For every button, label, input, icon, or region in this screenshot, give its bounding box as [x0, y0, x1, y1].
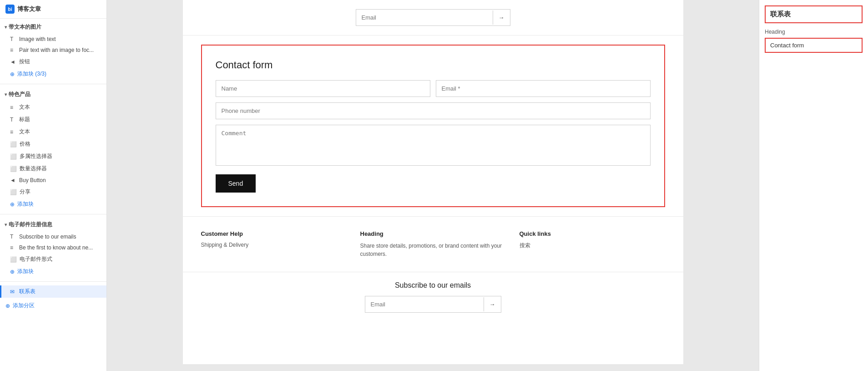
sidebar-item-label: 价格: [20, 140, 30, 148]
sidebar-item-image-with-text[interactable]: T Image with text: [0, 34, 106, 45]
sidebar-item-label: Buy Button: [19, 177, 46, 183]
sidebar-item-email-form[interactable]: ⬜ 电子邮件形式: [0, 253, 106, 265]
sidebar-item-label: Pair text with an image to foc...: [19, 47, 94, 53]
section-image-text: ▾ 带文本的图片 T Image with text ≡ Pair text w…: [0, 19, 106, 82]
footer-subscribe-section: Subscribe to our emails →: [183, 272, 683, 322]
sidebar-item-label: 分享: [20, 188, 30, 196]
sidebar-header: bi 博客文章: [0, 0, 106, 19]
footer-heading: Heading Share store details, promotions,…: [360, 230, 506, 258]
sidebar-item-label: 数量选择器: [20, 165, 47, 173]
footer-subscribe-title: Subscribe to our emails: [201, 281, 665, 290]
sidebar-item-label: 标题: [19, 116, 30, 123]
chevron-down-icon: ▾: [5, 92, 7, 97]
send-button[interactable]: Send: [216, 174, 256, 193]
sidebar-item-label: Be the first to know about ne...: [19, 244, 93, 251]
heading-label: Heading: [765, 29, 863, 35]
email-input[interactable]: [436, 80, 651, 97]
email-top-arrow-btn[interactable]: →: [493, 10, 510, 25]
text-lines-icon: ≡: [10, 47, 16, 53]
footer-email-input[interactable]: [365, 296, 484, 312]
heading-input[interactable]: [765, 38, 863, 53]
footer-quick-links: Quick links 搜索: [520, 230, 665, 258]
sidebar-item-quantity[interactable]: ⬜ 数量选择器: [0, 163, 106, 175]
sidebar-item-subscribe[interactable]: T Subscribe to our emails: [0, 231, 106, 242]
footer-heading-text: Share store details, promotions, or bran…: [360, 242, 506, 258]
chevron-down-icon: ▾: [5, 222, 7, 227]
footer-customer-help: Customer Help Shipping & Delivery: [201, 230, 347, 258]
sidebar-item-contact-form[interactable]: ✉ 联系表: [0, 285, 106, 298]
add-section-label: 添加分区: [13, 302, 35, 310]
text-lines-icon: ≡: [10, 104, 16, 111]
footer-email-row: →: [365, 296, 501, 313]
frame-icon: ⬜: [10, 189, 17, 195]
section-email-header[interactable]: ▾ 电子邮件注册信息: [0, 218, 106, 231]
section-featured-product-label: 特色产品: [9, 91, 30, 98]
sidebar: bi 博客文章 ▾ 带文本的图片 T Image with text ≡ Pai…: [0, 0, 107, 371]
text-icon: T: [10, 36, 16, 42]
comment-textarea[interactable]: [216, 125, 651, 166]
chevron-down-icon: ▾: [5, 25, 7, 30]
add-block-btn-featured[interactable]: ⊕ 添加块: [0, 198, 106, 210]
frame-icon: ⬜: [10, 141, 17, 147]
right-panel-title: 联系表: [765, 5, 863, 23]
add-block-btn-email[interactable]: ⊕ 添加块: [0, 265, 106, 278]
sidebar-item-button[interactable]: ◄ 按钮: [0, 56, 106, 68]
sidebar-item-title[interactable]: T 标题: [0, 113, 106, 126]
email-top-input[interactable]: [356, 10, 493, 25]
main-area: → Contact form Send Customer Help Shippi…: [107, 0, 759, 371]
add-section-btn[interactable]: ⊕ 添加分区: [0, 300, 106, 312]
form-phone-row: [216, 102, 651, 119]
divider-3: [0, 281, 106, 282]
sidebar-item-variant[interactable]: ⬜ 多属性选择器: [0, 150, 106, 163]
sidebar-item-label: 文本: [19, 128, 30, 136]
add-block-label: 添加块 (3/3): [17, 70, 46, 78]
sidebar-item-label: 文本: [19, 103, 30, 111]
page-content: → Contact form Send Customer Help Shippi…: [183, 0, 683, 364]
frame-icon: ⬜: [10, 166, 17, 172]
contact-form-section: Contact form Send: [201, 45, 665, 207]
add-block-label: 添加块: [17, 200, 34, 208]
sidebar-item-be-first[interactable]: ≡ Be the first to know about ne...: [0, 242, 106, 253]
section-email-label: 电子邮件注册信息: [9, 221, 52, 229]
text-lines-icon: ≡: [10, 129, 16, 135]
email-top-input-row: →: [356, 9, 510, 26]
footer-section: Customer Help Shipping & Delivery Headin…: [183, 216, 683, 272]
text-icon: T: [10, 234, 16, 240]
footer-arrow-btn[interactable]: →: [484, 297, 501, 311]
sidebar-item-share[interactable]: ⬜ 分享: [0, 186, 106, 198]
sidebar-item-label: 多属性选择器: [20, 152, 52, 160]
search-link[interactable]: 搜索: [520, 242, 665, 249]
sidebar-item-label: Image with text: [19, 36, 56, 42]
shipping-delivery-link[interactable]: Shipping & Delivery: [201, 242, 347, 248]
sidebar-item-price[interactable]: ⬜ 价格: [0, 138, 106, 150]
section-image-text-header[interactable]: ▾ 带文本的图片: [0, 20, 106, 34]
divider-1: [0, 84, 106, 84]
email-icon: ✉: [10, 289, 16, 295]
button-icon: ◄: [10, 59, 16, 65]
plus-icon: ⊕: [10, 71, 15, 77]
email-top-section: →: [183, 0, 683, 36]
add-block-label: 添加块: [17, 268, 34, 275]
section-featured-product-header[interactable]: ▾ 特色产品: [0, 88, 106, 101]
footer-heading-title: Heading: [360, 230, 506, 237]
sidebar-item-text1[interactable]: ≡ 文本: [0, 101, 106, 113]
sidebar-item-label: 按钮: [19, 58, 30, 66]
form-name-email-row: [216, 80, 651, 97]
name-input[interactable]: [216, 80, 430, 97]
sidebar-item-label: Subscribe to our emails: [19, 234, 76, 240]
contact-form-title: Contact form: [216, 59, 651, 71]
button-icon: ◄: [10, 177, 16, 183]
app-name: 博客文章: [17, 5, 41, 13]
section-featured-product: ▾ 特色产品 ≡ 文本 T 标题 ≡ 文本 ⬜ 价格 ⬜ 多属性选择器 ⬜ 数量…: [0, 86, 106, 212]
phone-input[interactable]: [216, 102, 651, 119]
sidebar-item-buy-button[interactable]: ◄ Buy Button: [0, 175, 106, 186]
add-block-btn-image[interactable]: ⊕ 添加块 (3/3): [0, 68, 106, 80]
sidebar-item-pair-text[interactable]: ≡ Pair text with an image to foc...: [0, 45, 106, 56]
quick-links-title: Quick links: [520, 230, 665, 237]
text-icon: T: [10, 117, 16, 123]
customer-help-title: Customer Help: [201, 230, 347, 237]
logo-icon: bi: [5, 5, 15, 14]
text-lines-icon: ≡: [10, 244, 16, 251]
sidebar-item-text2[interactable]: ≡ 文本: [0, 126, 106, 138]
frame-icon: ⬜: [10, 256, 17, 263]
